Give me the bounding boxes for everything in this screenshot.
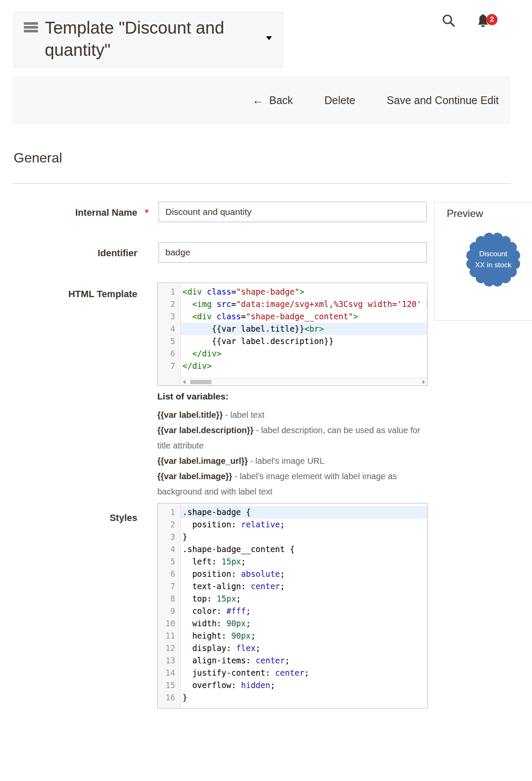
badge-title: Discount: [479, 249, 507, 260]
code-line: 5 left: 15px;: [158, 555, 427, 568]
code-line: 16}: [158, 691, 427, 704]
page-title: Template "Discount and quantity": [45, 17, 258, 61]
variable-term: {{var label.image}}: [157, 471, 232, 481]
line-number: 11: [158, 630, 181, 642]
line-number: 7: [158, 360, 181, 372]
save-and-continue-label: Save and Continue Edit: [387, 94, 499, 107]
code-line: 5 {{var label.description}}: [158, 335, 427, 347]
variable-item: {{var label.image_url}} - label's image …: [157, 453, 434, 469]
code-line: 2 <img src="data:image/svg+xml,%3Csvg wi…: [158, 298, 427, 310]
line-number: 4: [158, 543, 181, 555]
styles-editor[interactable]: 1.shape-badge {2 position: relative;3}4.…: [157, 503, 428, 709]
badge-description: XX in stock: [475, 260, 511, 271]
line-number: 2: [158, 518, 181, 531]
preview-panel: Preview Discount XX in stock: [434, 202, 532, 321]
line-number: 6: [158, 347, 181, 360]
line-number: 5: [158, 555, 181, 568]
styles-label: Styles: [13, 512, 137, 524]
code-line: 15 overflow: hidden;: [158, 679, 427, 691]
code-line: 1.shape-badge {: [158, 506, 427, 518]
html-template-label: HTML Template: [13, 289, 137, 300]
save-and-continue-button[interactable]: Save and Continue Edit: [387, 94, 499, 107]
code-line: 13 align-items: center;: [158, 654, 427, 667]
scroll-right-icon[interactable]: [422, 380, 425, 384]
code-line: 3}: [158, 531, 427, 543]
badge-preview: Discount XX in stock: [465, 231, 521, 288]
variable-desc: - label text: [223, 410, 264, 419]
line-number: 10: [158, 617, 181, 630]
code-line: 6 </div>: [158, 347, 427, 360]
code-line: 8 top: 15px;: [158, 593, 427, 605]
line-number: 16: [158, 691, 181, 704]
internal-name-label: Internal Name: [13, 207, 137, 218]
preview-title: Preview: [447, 208, 483, 220]
action-toolbar: ← Back Delete Save and Continue Edit: [13, 76, 511, 124]
line-number: 1: [158, 506, 181, 518]
required-asterisk: *: [145, 207, 149, 218]
variables-heading: List of variables:: [157, 390, 434, 402]
code-line: 7 text-align: center;: [158, 580, 427, 593]
back-arrow-icon: ←: [252, 94, 263, 107]
notification-count: 2: [490, 15, 494, 24]
code-line: 12 display: flex;: [158, 642, 427, 654]
line-number: 13: [158, 654, 181, 667]
badge-label-text: Discount XX in stock: [465, 231, 521, 288]
line-number: 7: [158, 580, 181, 593]
line-number: 3: [158, 531, 181, 543]
code-line: 14 justify-content: center;: [158, 667, 427, 679]
chevron-down-icon[interactable]: [266, 36, 272, 40]
line-number: 12: [158, 642, 181, 654]
notification-count-badge[interactable]: 2: [486, 14, 497, 25]
code-line: 11 height: 90px;: [158, 630, 427, 642]
line-number: 4: [158, 323, 181, 335]
variables-help: List of variables: {{var label.title}} -…: [157, 390, 434, 499]
section-divider: [13, 183, 511, 184]
variable-item: {{var label.title}} - label text: [157, 407, 434, 422]
line-number: 9: [158, 605, 181, 617]
scrollbar-thumb[interactable]: [190, 380, 211, 384]
scroll-left-icon[interactable]: [183, 380, 185, 384]
code-line: 4 {{var label.title}}<br>: [158, 323, 427, 335]
internal-name-input[interactable]: [159, 202, 427, 222]
code-line: 10 width: 90px;: [158, 617, 427, 630]
line-number: 8: [158, 593, 181, 605]
line-number: 6: [158, 568, 181, 580]
code-line: 3 <div class="shape-badge__content">: [158, 310, 427, 323]
back-button[interactable]: ← Back: [252, 94, 293, 107]
line-number: 14: [158, 667, 181, 679]
html-template-editor[interactable]: 1<div class="shape-badge">2 <img src="da…: [157, 283, 428, 386]
code-line: 7</div>: [158, 360, 427, 372]
variable-item: {{var label.image}} - label's image elem…: [157, 469, 434, 499]
code-line: 4.shape-badge__content {: [158, 543, 427, 555]
code-line: 9 color: #fff;: [158, 605, 427, 617]
variable-term: {{var label.title}}: [157, 410, 223, 419]
code-line: 1<div class="shape-badge">: [158, 286, 427, 298]
line-number: 15: [158, 679, 181, 691]
template-edit-page: { "header": { "title": "Template \"Disco…: [0, 0, 532, 781]
identifier-label: Identifier: [13, 248, 137, 259]
back-button-label: Back: [269, 94, 293, 107]
menu-icon[interactable]: [24, 22, 38, 34]
delete-button[interactable]: Delete: [324, 94, 355, 107]
code-line: 2 position: relative;: [158, 518, 427, 531]
line-number: 1: [158, 286, 181, 298]
line-number: 3: [158, 310, 181, 323]
section-title-general: General: [14, 150, 62, 166]
code-line: 6 position: absolute;: [158, 568, 427, 580]
search-icon[interactable]: [442, 14, 455, 27]
variable-term: {{var label.image_url}}: [157, 456, 248, 466]
line-number: 5: [158, 335, 181, 347]
variable-desc: - label's image URL: [248, 456, 324, 466]
line-number: 2: [158, 298, 181, 310]
delete-button-label: Delete: [324, 94, 355, 107]
variable-term: {{var label.description}}: [157, 425, 254, 435]
variable-item: {{var label.description}} - label descri…: [157, 422, 434, 453]
horizontal-scrollbar[interactable]: [181, 378, 427, 385]
page-title-box: Template "Discount and quantity": [14, 12, 283, 67]
identifier-input[interactable]: [159, 242, 427, 263]
